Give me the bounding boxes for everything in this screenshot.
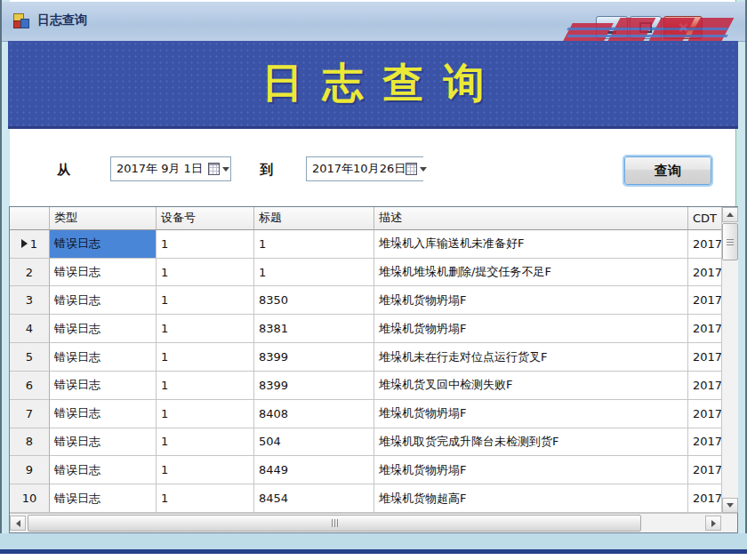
header-desc[interactable]: 描述 (374, 207, 688, 230)
table-row[interactable]: 10 错误日志 1 8454 堆垛机货物超高F 2017 (10, 484, 721, 513)
cell-device[interactable]: 1 (157, 286, 254, 315)
from-date-picker[interactable]: 2017年 9月 1日 (110, 156, 231, 181)
header-cdt[interactable]: CDT (688, 207, 721, 230)
cell-desc[interactable]: 堆垛机取货完成升降台未检测到货F (374, 428, 688, 457)
vertical-scrollbar[interactable] (721, 207, 738, 513)
cell-cdt[interactable]: 2017 (688, 400, 721, 428)
cell-desc[interactable]: 堆垛机货物坍塌F (374, 400, 688, 428)
maximize-button[interactable] (630, 16, 662, 39)
cell-cdt[interactable]: 2017 (688, 315, 721, 343)
close-button[interactable] (663, 16, 703, 39)
arrow-left-icon (16, 520, 20, 527)
table-row[interactable]: 5 错误日志 1 8399 堆垛机未在行走对位点运行货叉F 2017 (10, 343, 721, 372)
cell-type[interactable]: 错误日志 (50, 456, 157, 484)
cell-type[interactable]: 错误日志 (50, 343, 157, 372)
cell-desc[interactable]: 堆垛机货叉回中检测失败F (374, 372, 688, 400)
row-header[interactable]: 6 (10, 372, 50, 400)
cell-device[interactable]: 1 (157, 343, 254, 372)
table-row[interactable]: 8 错误日志 1 504 堆垛机取货完成升降台未检测到货F 2017 (10, 428, 721, 457)
to-date-picker[interactable]: 2017年10月26日 (306, 156, 423, 181)
table-row[interactable]: 3 错误日志 1 8350 堆垛机货物坍塌F 2017 (10, 286, 721, 315)
row-header[interactable]: 2 (10, 259, 50, 287)
cell-cdt[interactable]: 2017 (688, 372, 721, 400)
row-number: 9 (26, 463, 33, 476)
cell-desc[interactable]: 堆垛机货物坍塌F (374, 315, 688, 343)
cell-device[interactable]: 1 (157, 400, 254, 428)
cell-cdt[interactable]: 2017 (688, 259, 721, 287)
cell-desc[interactable]: 堆垛机未在行走对位点运行货叉F (374, 343, 688, 372)
cell-desc[interactable]: 堆垛机入库输送机未准备好F (374, 230, 688, 259)
row-header[interactable]: 5 (10, 343, 50, 372)
cell-title[interactable]: 8399 (254, 372, 374, 400)
table-row[interactable]: 1 错误日志 1 1 堆垛机入库输送机未准备好F 2017 (10, 230, 721, 259)
cell-title[interactable]: 8381 (254, 315, 374, 343)
scroll-down-button[interactable] (722, 498, 738, 513)
cell-device[interactable]: 1 (157, 230, 254, 259)
cell-device[interactable]: 1 (157, 428, 254, 457)
row-header[interactable]: 10 (10, 484, 50, 513)
horizontal-scrollbar-thumb[interactable] (28, 515, 641, 532)
minimize-button[interactable] (596, 16, 628, 39)
cell-title[interactable]: 8399 (254, 343, 374, 372)
query-button[interactable]: 查询 (624, 156, 711, 185)
cell-cdt[interactable]: 2017 (688, 428, 721, 457)
row-header[interactable]: 4 (10, 315, 50, 343)
vertical-scrollbar-thumb[interactable] (722, 223, 738, 260)
cell-type[interactable]: 错误日志 (50, 484, 157, 513)
scroll-right-button[interactable] (705, 516, 721, 531)
cell-title[interactable]: 8454 (254, 484, 374, 513)
cell-type[interactable]: 错误日志 (50, 259, 157, 287)
row-header[interactable]: 3 (10, 286, 50, 315)
cell-title[interactable]: 8449 (254, 456, 374, 484)
table-row[interactable]: 9 错误日志 1 8449 堆垛机货物坍塌F 2017 (10, 456, 721, 484)
cell-cdt[interactable]: 2017 (688, 286, 721, 315)
cell-title[interactable]: 1 (254, 230, 374, 259)
cell-desc[interactable]: 堆垛机堆垛机删除/提交任务不足F (374, 259, 688, 287)
from-date-value[interactable]: 2017年 9月 1日 (111, 161, 207, 177)
header-type[interactable]: 类型 (50, 207, 157, 230)
header-title[interactable]: 标题 (254, 207, 374, 230)
cell-desc[interactable]: 堆垛机货物超高F (374, 484, 688, 513)
horizontal-scrollbar[interactable] (10, 513, 737, 532)
scroll-up-button[interactable] (722, 207, 738, 222)
table-row[interactable]: 4 错误日志 1 8381 堆垛机货物坍塌F 2017 (10, 315, 721, 343)
cell-device[interactable]: 1 (157, 315, 254, 343)
row-header[interactable]: 8 (10, 428, 50, 457)
cell-type[interactable]: 错误日志 (50, 372, 157, 400)
cell-desc[interactable]: 堆垛机货物坍塌F (374, 286, 688, 315)
chevron-down-icon (222, 167, 229, 172)
title-bar[interactable]: 日志查询 (2, 2, 745, 42)
cell-cdt[interactable]: 2017 (688, 230, 721, 259)
header-rownum[interactable] (10, 207, 50, 230)
cell-type[interactable]: 错误日志 (50, 428, 157, 457)
row-header[interactable]: 7 (10, 400, 50, 428)
cell-type[interactable]: 错误日志 (50, 286, 157, 315)
cell-device[interactable]: 1 (157, 259, 254, 287)
cell-title[interactable]: 504 (254, 428, 374, 457)
cell-title[interactable]: 8408 (254, 400, 374, 428)
cell-device[interactable]: 1 (157, 372, 254, 400)
table-row[interactable]: 7 错误日志 1 8408 堆垛机货物坍塌F 2017 (10, 400, 721, 428)
table-row[interactable]: 6 错误日志 1 8399 堆垛机货叉回中检测失败F 2017 (10, 372, 721, 400)
window-border-bottom (0, 533, 747, 549)
cell-device[interactable]: 1 (157, 484, 254, 513)
to-date-value[interactable]: 2017年10月26日 (307, 161, 406, 177)
cell-desc[interactable]: 堆垛机货物坍塌F (374, 456, 688, 484)
table-row[interactable]: 2 错误日志 1 1 堆垛机堆垛机删除/提交任务不足F 2017 (10, 259, 721, 287)
cell-device[interactable]: 1 (157, 456, 254, 484)
cell-title[interactable]: 1 (254, 259, 374, 287)
cell-cdt[interactable]: 2017 (688, 484, 721, 513)
from-date-dropdown-button[interactable] (207, 157, 230, 180)
cell-title[interactable]: 8350 (254, 286, 374, 315)
row-header[interactable]: 9 (10, 456, 50, 484)
scroll-left-button[interactable] (10, 516, 26, 531)
header-device[interactable]: 设备号 (157, 207, 254, 230)
to-date-dropdown-button[interactable] (406, 157, 427, 180)
row-number: 1 (30, 237, 37, 251)
cell-cdt[interactable]: 2017 (688, 456, 721, 484)
cell-type[interactable]: 错误日志 (50, 400, 157, 428)
row-header[interactable]: 1 (10, 230, 50, 259)
cell-type[interactable]: 错误日志 (50, 315, 157, 343)
cell-cdt[interactable]: 2017 (688, 343, 721, 372)
cell-type[interactable]: 错误日志 (50, 230, 157, 259)
